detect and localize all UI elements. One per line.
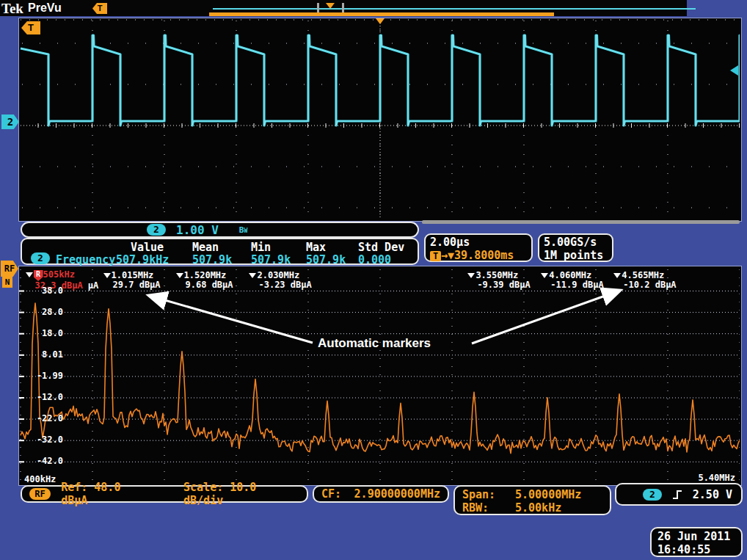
center-frequency-box[interactable]: CF: 2.90000000MHz — [313, 485, 449, 503]
rising-edge-icon — [671, 488, 684, 501]
start-frequency-label: 400kHz — [24, 474, 56, 484]
sample-rate: 5.00GS/s — [544, 236, 608, 249]
span-rbw-box[interactable]: Span: 5.00000MHz RBW: 5.00kHz — [453, 485, 611, 515]
rf-badge: RF — [29, 488, 51, 500]
reference-marker-flag-icon: R — [34, 270, 43, 281]
rf-auto-marker-5: 4.060MHz-11.9 dBµA — [541, 271, 603, 290]
rf-ref-level: Ref: 48.0 dBµA — [61, 481, 151, 507]
trigger-settings-box[interactable]: 2 2.50 V — [615, 483, 743, 506]
col-header-stddev: Std Dev — [358, 241, 404, 254]
rf-vertical-scale: Scale: 10.0 dB/div — [183, 481, 299, 507]
col-header-min: Min — [251, 241, 271, 254]
delay-t-icon: T — [430, 251, 441, 261]
meas-name: Frequency — [56, 253, 115, 266]
meas-mean: 507.9k — [192, 253, 232, 266]
meas-value: 507.9kHz — [116, 253, 169, 266]
marker-arrow-icon — [467, 273, 475, 278]
rf-auto-marker-3: 2.030MHz-3.23 dBµA — [249, 271, 311, 290]
rf-y-tick-label: -42.0 — [26, 456, 63, 466]
horizontal-scale: 2.00µs — [430, 236, 527, 249]
meas-min: 507.9k — [251, 253, 291, 266]
col-header-max: Max — [306, 241, 326, 254]
rf-spectrum-plot — [19, 266, 740, 484]
top-status-bar: Tek PreVu T — [0, 0, 687, 16]
overview-trigger-position-icon[interactable] — [326, 3, 335, 9]
rf-y-tick-label: -1.99 — [26, 371, 63, 381]
rf-channel-marker[interactable]: RF — [1, 261, 18, 277]
acquisition-box[interactable]: 5.00GS/s 1M points — [538, 233, 613, 262]
trigger-delay: T→▼39.8000ms — [430, 249, 527, 262]
meas-stddev: 0.000 — [358, 253, 391, 266]
rf-auto-marker-6: 4.565MHz-10.2 dBµA — [613, 271, 676, 290]
rf-auto-marker-2: 1.520MHz9.68 dBµA — [176, 271, 233, 290]
ch2-waveform-plot — [19, 18, 740, 219]
horizontal-settings-box[interactable]: 2.00µs T→▼39.8000ms — [424, 233, 533, 262]
ch2-position-marker[interactable]: 2 — [1, 114, 19, 129]
overview-record-bar[interactable] — [209, 12, 554, 16]
marker-arrow-icon — [26, 272, 33, 277]
time-label: 16:40:55 — [657, 543, 735, 556]
rf-y-tick-label: 28.0 — [26, 307, 63, 317]
rf-y-tick-label: 38.0 — [26, 286, 63, 296]
zoom-window-left-bracket[interactable] — [317, 3, 319, 12]
acquisition-status: PreVu — [28, 1, 62, 15]
marker-arrow-icon — [103, 273, 111, 278]
trigger-center-marker-icon[interactable] — [376, 18, 385, 24]
ch2-scale-value: 1.00 V — [176, 223, 219, 237]
rf-auto-marker-1: 1.015MHz29.7 dBµA — [103, 271, 161, 290]
annotation-text: Automatic markers — [318, 336, 431, 351]
tek-logo: Tek — [1, 1, 23, 17]
ch2-badge: 2 — [147, 224, 166, 236]
marker-arrow-icon — [613, 273, 621, 278]
col-header-mean: Mean — [192, 241, 219, 254]
trigger-t-icon: T — [92, 3, 107, 14]
col-header-value: Value — [131, 241, 164, 254]
rf-y-tick-label: -12.0 — [26, 392, 63, 402]
record-length: 1M points — [544, 249, 608, 262]
rbw-value: 5.00kHz — [515, 501, 561, 514]
marker-arrow-icon — [541, 273, 548, 278]
rf-y-tick-label: 8.01 — [26, 349, 63, 360]
rf-y-tick-label: -22.0 — [26, 413, 63, 423]
rf-n-badge: N — [2, 277, 12, 288]
rbw-label: RBW: — [462, 501, 515, 514]
measurement-table: Value Mean Min Max Std Dev 2 Frequency 5… — [21, 238, 419, 265]
meas-max: 507.9k — [306, 253, 346, 266]
date-label: 26 Jun 2011 — [657, 530, 735, 543]
cf-label: CF: — [321, 487, 354, 501]
meas-ch2-badge: 2 — [31, 252, 50, 264]
rf-scale-box[interactable]: RF Ref: 48.0 dBµA Scale: 10.0 dB/div — [21, 485, 308, 503]
oscilloscope-screen: Tek PreVu T T 2 2 1.00 V BW Value Mean M… — [0, 0, 747, 560]
marker-arrow-icon — [249, 273, 256, 278]
span-label: Span: — [462, 488, 515, 501]
trigger-level: 2.50 V — [693, 488, 732, 501]
horizontal-scrollbar[interactable] — [422, 220, 740, 224]
ch2-scale-bar[interactable]: 2 1.00 V BW — [21, 222, 419, 238]
bandwidth-limit-icon: BW — [239, 225, 247, 235]
stop-frequency-label: 5.40MHz — [698, 473, 735, 483]
trigger-source-badge: 2 — [643, 489, 662, 501]
rf-y-tick-label: -32.0 — [26, 434, 63, 445]
zoom-window-right-bracket[interactable] — [342, 3, 344, 12]
cf-value: 2.90000000MHz — [354, 487, 440, 501]
overview-waveform-line — [213, 8, 696, 10]
rf-y-tick-label: 18.0 — [26, 328, 63, 338]
span-value: 5.00000MHz — [515, 488, 581, 501]
rf-auto-marker-4: 3.550MHz-9.39 dBµA — [467, 271, 530, 290]
waveform-graticule: T — [18, 18, 742, 222]
trigger-level-arrow-icon[interactable] — [730, 65, 738, 76]
rf-spectrum-graticule: R505kHz32.3 dBµA µA1.015MHz29.7 dBµA1.52… — [18, 266, 742, 486]
marker-arrow-icon — [176, 273, 183, 278]
datetime-box: 26 Jun 2011 16:40:55 — [650, 527, 743, 557]
